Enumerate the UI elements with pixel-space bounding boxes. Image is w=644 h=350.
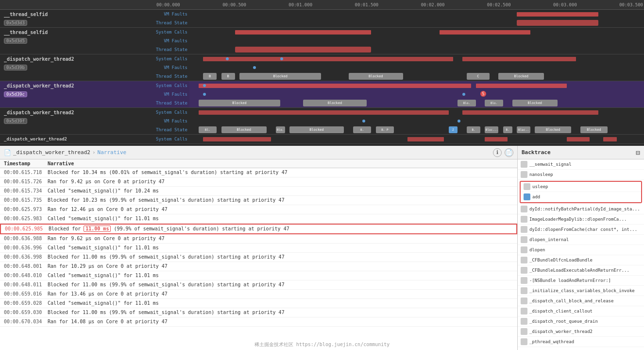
track-syscalls-3 — [189, 81, 644, 90]
narrative-row-5[interactable]: 00:00.625.983Called "semwait_signal()" f… — [0, 214, 517, 224]
thread-row-1-syscalls[interactable]: __thread_selfid System Calls — [0, 28, 644, 36]
narrative-row-9[interactable]: 00:00.636.998Blocked for 11.00 ms (99.9%… — [0, 253, 517, 262]
backtrace-row-4[interactable]: dyId::notifyBatchPartial(dyId_image_sta.… — [518, 204, 644, 214]
info-icon-btn[interactable]: ℹ — [493, 148, 502, 157]
row-type-syscalls-4: System Calls — [155, 110, 189, 115]
thread-badge-3: 0x5d39c — [4, 91, 27, 97]
time-mark-1: 00:00.500 — [222, 2, 246, 7]
narrative-row-13[interactable]: 00:00.659.016Ran for 13.46 µs on Core 0 … — [0, 290, 517, 299]
backtrace-row-6[interactable]: dyId::dlopenFromCache(char const*, int..… — [518, 225, 644, 235]
backtrace-row-1[interactable]: nanosleep — [518, 170, 644, 180]
backtrace-text-16: _dispatch_worker_thread2 — [529, 328, 593, 335]
backtrace-row-8[interactable]: dlopen — [518, 245, 644, 255]
narrative-row-15[interactable]: 00:00.659.030Blocked for 11.00 ms (99.9%… — [0, 308, 517, 317]
row-type-state-4: Thread State — [155, 127, 189, 132]
backtrace-row-2[interactable]: usleep — [521, 182, 641, 192]
thread-rows[interactable]: __thread_selfid VM Faults 0x5d3d3 Thread… — [0, 10, 644, 146]
narrative-text-15: Blocked for 11.00 ms (99.9% of semwait_s… — [48, 309, 513, 316]
backtrace-row-13[interactable]: _dispatch_call_block_and_release — [518, 296, 644, 306]
narrative-row-4[interactable]: 00:00.625.973Ran for 12.46 µs on Core 0 … — [0, 205, 517, 214]
backtrace-rows[interactable]: __semwait_signalnanosleepusleepadddyId::… — [518, 159, 644, 350]
narrative-row-12[interactable]: 00:00.648.011Blocked for 11.00 ms (99.9%… — [0, 280, 517, 290]
backtrace-header: Backtrace ⊟ — [518, 146, 644, 159]
row-type-vmfaults-0: VM Faults — [155, 12, 189, 17]
narrative-text-6: Blocked for 11.00 ms (99.9% of semwait_s… — [49, 226, 512, 232]
backtrace-row-14[interactable]: _dispatch_client_callout — [518, 306, 644, 316]
backtrace-row-3[interactable]: add — [521, 192, 641, 202]
narrative-row-10[interactable]: 00:00.648.001Ran for 10.29 µs on Core 0 … — [0, 262, 517, 271]
thread-row-1-vmfaults[interactable]: 0x5d3d5 VM Faults — [0, 36, 644, 45]
track-state-4: Bl. Blocked Blo. Blocked B. B. P Z B. Bl… — [189, 125, 644, 134]
thread-row-1-state[interactable]: Thread State — [0, 45, 644, 54]
filter-icon[interactable]: ⊟ — [636, 149, 640, 157]
thread-label-4: _dispatch_worker_thread2 — [0, 110, 155, 115]
backtrace-text-1: nanosleep — [529, 171, 553, 178]
backtrace-text-15: _dispatch_root_queue_drain — [529, 317, 598, 325]
thread-row-3-vmfaults[interactable]: 0x5d39c VM Faults S — [0, 90, 644, 99]
narrative-row-0[interactable]: 00:00.615.718Blocked for 10.34 ms (00.01… — [0, 168, 517, 177]
backtrace-icon-6 — [521, 226, 527, 233]
track-state-3: Blocked Blocked Blo. Blo. Blocked — [189, 99, 644, 107]
backtrace-text-4: dyId::notifyBatchPartial(dyId_image_sta.… — [529, 205, 640, 213]
track-vmfaults-1 — [189, 36, 644, 45]
narrative-rows[interactable]: 00:00.615.718Blocked for 10.34 ms (00.01… — [0, 168, 517, 350]
narrative-row-14[interactable]: 00:00.659.028Called "semwait_signal()" f… — [0, 299, 517, 308]
backtrace-icon-8 — [521, 246, 527, 253]
thread-label-2b: 0x5d39b — [0, 65, 155, 70]
narrative-ts-8: 00:00.636.996 — [4, 245, 48, 251]
narrative-ts-16: 00:00.670.034 — [4, 318, 48, 325]
breadcrumb: _dispatch_worker_thread2 › Narrative — [13, 149, 126, 156]
backtrace-row-9[interactable]: _CFBundleDlfcnLoadBundle — [518, 255, 644, 265]
narrative-ts-10: 00:00.648.001 — [4, 263, 48, 270]
narrative-text-11: Called "semwait_signal()" for 11.01 ms — [48, 272, 513, 279]
backtrace-row-12[interactable]: _initialize_class_variables_block_invoke — [518, 286, 644, 296]
backtrace-row-15[interactable]: _dispatch_root_queue_drain — [518, 316, 644, 327]
thread-row-0-state[interactable]: 0x5d3d3 Thread State — [0, 18, 644, 27]
backtrace-icon-0 — [521, 161, 527, 168]
narrative-ts-0: 00:00.615.718 — [4, 169, 48, 176]
backtrace-row-0[interactable]: __semwait_signal — [518, 159, 644, 170]
thread-row-4-state[interactable]: Thread State Bl. Blocked Blo. Blocked B.… — [0, 125, 644, 134]
thread-row-2-syscalls[interactable]: _dispatch_worker_thread2 System Calls — [0, 54, 644, 63]
backtrace-row-5[interactable]: ImageLoaderMegaDylib::dlopenFromCa... — [518, 214, 644, 225]
thread-row-3-syscalls[interactable]: _dispatch_worker_thread2 System Calls — [0, 81, 644, 90]
narrative-row-16[interactable]: 00:00.670.034Ran for 14.08 µs on Core 0 … — [0, 317, 517, 327]
col-header-narrative: Narrative — [48, 161, 513, 166]
backtrace-icon-9 — [521, 257, 527, 263]
narrative-row-8[interactable]: 00:00.636.996Called "semwait_signal()" f… — [0, 244, 517, 253]
narrative-panel-header: 📄 _dispatch_worker_thread2 › Narrative ℹ… — [0, 146, 517, 159]
row-type-syscalls-2: System Calls — [155, 56, 189, 61]
backtrace-icon-5 — [521, 216, 527, 223]
panel-icons: ℹ 📄 — [493, 148, 513, 157]
backtrace-row-7[interactable]: dlopen_internal — [518, 235, 644, 245]
backtrace-row-17[interactable]: _pthread_wqthread — [518, 337, 644, 347]
backtrace-row-16[interactable]: _dispatch_worker_thread2 — [518, 327, 644, 337]
thread-label-1b: 0x5d3d5 — [0, 38, 155, 44]
backtrace-text-14: _dispatch_client_callout — [529, 307, 593, 315]
thread-row-2-state[interactable]: Thread State B B Blocked Blocked C Block… — [0, 72, 644, 81]
file-icon: 📄 — [4, 149, 11, 156]
thread-row-2-vmfaults[interactable]: 0x5d39b VM Faults — [0, 63, 644, 72]
narrative-row-2[interactable]: 00:00.615.734Called "semwait_signal()" f… — [0, 187, 517, 196]
backtrace-row-11[interactable]: -[NSBundle loadAndReturnError:] — [518, 276, 644, 286]
time-marks: 00:00.000 00:00.500 00:01.000 00:01.500 … — [155, 2, 644, 7]
narrative-row-1[interactable]: 00:00.615.726Ran for 9.42 µs on Core 0 a… — [0, 177, 517, 187]
backtrace-text-8: dlopen — [529, 246, 545, 254]
backtrace-row-10[interactable]: _CFBundleLoadExecutableAndReturnErr... — [518, 265, 644, 276]
narrative-row-7[interactable]: 00:00.636.988Ran for 9.62 µs on Core 0 a… — [0, 234, 517, 244]
export-icon-btn[interactable]: 📄 — [505, 148, 513, 157]
narrative-text-10: Ran for 10.29 µs on Core 0 at priority 4… — [48, 263, 513, 270]
narrative-row-3[interactable]: 00:00.615.735Blocked for 10.23 ms (99.9%… — [0, 196, 517, 205]
narrative-row-11[interactable]: 00:00.648.010Called "semwait_signal()" f… — [0, 271, 517, 280]
thread-row-3-state[interactable]: Thread State Blocked Blocked Blo. Blo. B… — [0, 99, 644, 107]
narrative-row-6[interactable]: 00:00.625.985Blocked for 11.00 ms (99.9%… — [0, 224, 517, 234]
thread-row-0-name[interactable]: __thread_selfid VM Faults — [0, 10, 644, 18]
thread-row-5-syscalls[interactable]: _dispatch_worker_thread2 System Calls — [0, 135, 644, 143]
track-syscalls-2 — [189, 54, 644, 63]
thread-row-4-syscalls[interactable]: _dispatch_worker_thread2 System Calls — [0, 108, 644, 117]
thread-row-4-vmfaults[interactable]: 0x5d39f VM Faults — [0, 117, 644, 125]
narrative-text-0: Blocked for 10.34 ms (00.01% of semwait_… — [48, 169, 513, 176]
narrative-ts-7: 00:00.636.988 — [4, 235, 48, 242]
backtrace-text-6: dyId::dlopenFromCache(char const*, int..… — [529, 226, 637, 233]
backtrace-icon-10 — [521, 267, 527, 274]
